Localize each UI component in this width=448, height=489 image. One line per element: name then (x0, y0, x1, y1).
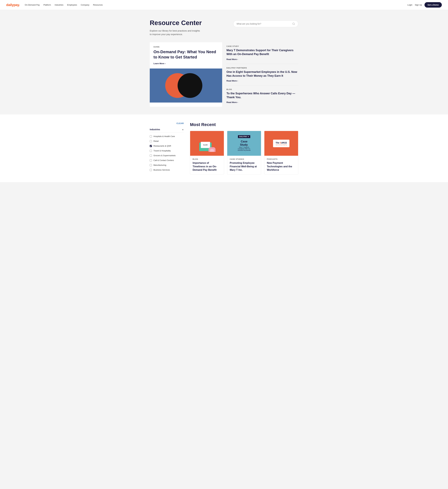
card-image-blog: $1,000 (190, 131, 224, 156)
filter-checkbox-4[interactable] (150, 155, 152, 157)
filter-item-1[interactable]: Retail (150, 139, 184, 144)
nav-link-resources[interactable]: Resources (93, 4, 103, 6)
case-study-sub: Mary T Supports Caregivers With On-Deman… (236, 147, 252, 151)
source-logo: The SURCE Sponsored by DailyPay (273, 140, 289, 147)
page-title: Resource Center (150, 19, 202, 27)
svg-point-0 (292, 23, 294, 24)
hero-subtitle: Explore our library for best practices a… (150, 29, 202, 36)
nav-right: Login Sign Up Get a Demo (407, 2, 442, 8)
logo[interactable]: dailypay. (6, 3, 20, 7)
source-logo-text: The SURCE (275, 141, 287, 144)
card-tag-0: BLOG (193, 158, 221, 160)
featured-side-items: CASE STUDY Mary T Demonstrates Support f… (226, 42, 298, 107)
card-0[interactable]: $1,000 BLOG Importance of Timeliness in … (190, 131, 224, 174)
section-title-most-recent: Most Recent (190, 122, 298, 127)
filter-item-0[interactable]: Hospitals & Health Care (150, 134, 184, 139)
card-title-1: Promoting Employee Financial Well-Being … (230, 161, 258, 172)
svg-line-1 (294, 24, 295, 25)
cards-grid: $1,000 BLOG Importance of Timeliness in … (190, 131, 298, 174)
nav-link-platform[interactable]: Platform (43, 4, 51, 6)
featured-main-title: On-Demand Pay: What You Need to Know to … (153, 49, 218, 60)
side-item-cta-1[interactable]: Read More › (226, 80, 238, 82)
clear-filters-button[interactable]: CLEAR (150, 122, 184, 124)
side-item-cta-0[interactable]: Read More › (226, 58, 238, 60)
hero-text: Resource Center Explore our library for … (150, 19, 202, 36)
filter-checkbox-2[interactable] (150, 145, 152, 147)
featured-main-tag: GUIDE (153, 46, 218, 48)
card-title-0: Importance of Timeliness in an On-Demand… (193, 161, 221, 172)
filter-items-industries: Hospitals & Health Care Retail Restauran… (150, 134, 184, 172)
most-recent-section: CLEAR Industries ▲ Hospitals & Health Ca… (0, 114, 448, 182)
card-2[interactable]: The SURCE Sponsored by DailyPay PODCASTS… (264, 131, 298, 174)
nav-link-industries[interactable]: Industries (55, 4, 63, 6)
filter-group-header-industries[interactable]: Industries ▲ (150, 126, 184, 133)
filter-item-3[interactable]: Travel & Hospitality (150, 148, 184, 153)
source-logo-sub: Sponsored by DailyPay (275, 144, 287, 145)
filter-item-6[interactable]: Manufacturing (150, 163, 184, 167)
filter-label-5: Call & Contact Centers (153, 159, 174, 162)
featured-side-item-2: BLOG To the Superheroes Who Answer Calls… (226, 85, 298, 107)
get-demo-button[interactable]: Get a Demo (424, 2, 442, 8)
featured-main-card: GUIDE On-Demand Pay: What You Need to Kn… (150, 42, 222, 107)
filter-item-5[interactable]: Call & Contact Centers (150, 158, 184, 163)
side-item-cta-2[interactable]: Read More › (226, 101, 238, 104)
nav-links: On-Demand PayPlatformIndustriesEmployees… (25, 4, 103, 6)
side-item-tag-1: DAILYPAY PARTNERS (226, 67, 298, 69)
side-item-title-1: One in Eight Supermarket Employees in th… (226, 70, 298, 78)
filter-group-industries: Industries ▲ Hospitals & Health Care Ret… (150, 126, 184, 172)
filter-label-6: Manufacturing (153, 164, 166, 166)
card-image-casestudy: dailypay ✦ CaseStudy. Mary T Supports Ca… (227, 131, 261, 156)
filter-item-2[interactable]: Restaurants & QSR (150, 144, 184, 148)
navbar: dailypay. On-Demand PayPlatformIndustrie… (0, 0, 448, 10)
filter-checkbox-7[interactable] (150, 169, 152, 171)
search-icon (292, 22, 295, 25)
featured-section: GUIDE On-Demand Pay: What You Need to Kn… (0, 42, 448, 114)
filter-label-2: Restaurants & QSR (153, 145, 171, 147)
featured-side-item-0: CASE STUDY Mary T Demonstrates Support f… (226, 42, 298, 64)
login-link[interactable]: Login (407, 4, 412, 6)
filter-label-7: Business Services (153, 169, 170, 171)
filter-label-3: Travel & Hospitality (153, 150, 171, 152)
featured-side-item-1: DAILYPAY PARTNERS One in Eight Supermark… (226, 64, 298, 85)
card-title-2: New Payment Technologies and the Workfor… (267, 161, 296, 172)
filter-group-title-industries: Industries (150, 128, 160, 131)
card-body-1: CASE STUDIES Promoting Employee Financia… (227, 156, 261, 174)
featured-main-cta[interactable]: Learn More › (153, 62, 166, 65)
card-1[interactable]: dailypay ✦ CaseStudy. Mary T Supports Ca… (227, 131, 261, 174)
search-input[interactable] (237, 23, 292, 25)
filter-item-4[interactable]: Grocers & Supermarkets (150, 153, 184, 158)
card-image-podcast: The SURCE Sponsored by DailyPay (264, 131, 298, 156)
nav-left: dailypay. On-Demand PayPlatformIndustrie… (6, 3, 103, 7)
nav-link-employees[interactable]: Employees (67, 4, 77, 6)
side-item-tag-2: BLOG (226, 89, 298, 90)
card-body-2: PODCASTS New Payment Technologies and th… (264, 156, 298, 174)
filter-checkbox-5[interactable] (150, 159, 152, 162)
main-content: Most Recent $1,000 BLOG Importance of Ti… (190, 122, 298, 174)
sidebar-filters: CLEAR Industries ▲ Hospitals & Health Ca… (150, 122, 184, 174)
circle-black-shape (178, 73, 202, 98)
hero-section: Resource Center Explore our library for … (0, 10, 448, 42)
search-bar[interactable] (233, 20, 298, 27)
filter-checkbox-6[interactable] (150, 164, 152, 166)
side-item-title-0: Mary T Demonstrates Support for Their Ca… (226, 49, 298, 56)
card-body-0: BLOG Importance of Timeliness in an On-D… (190, 156, 224, 174)
nav-link-company[interactable]: Company (81, 4, 89, 6)
filter-checkbox-3[interactable] (150, 150, 152, 152)
dp-award-logo: dailypay ✦ (238, 135, 250, 138)
case-study-label: CaseStudy. (236, 140, 252, 147)
filter-checkbox-0[interactable] (150, 135, 152, 138)
filter-label-1: Retail (153, 140, 158, 142)
featured-main-image (150, 68, 222, 103)
side-item-title-2: To the Superheroes Who Answer Calls Ever… (226, 91, 298, 99)
filter-label-4: Grocers & Supermarkets (153, 154, 175, 157)
card-tag-2: PODCASTS (267, 158, 296, 160)
signup-link[interactable]: Sign Up (415, 4, 422, 6)
filter-item-7[interactable]: Business Services (150, 167, 184, 172)
filter-label-0: Hospitals & Health Care (153, 135, 175, 138)
nav-link-on-demand-pay[interactable]: On-Demand Pay (25, 4, 40, 6)
chevron-up-icon: ▲ (182, 128, 184, 130)
card-tag-1: CASE STUDIES (230, 158, 258, 160)
side-item-tag-0: CASE STUDY (226, 45, 298, 47)
filter-checkbox-1[interactable] (150, 140, 152, 142)
